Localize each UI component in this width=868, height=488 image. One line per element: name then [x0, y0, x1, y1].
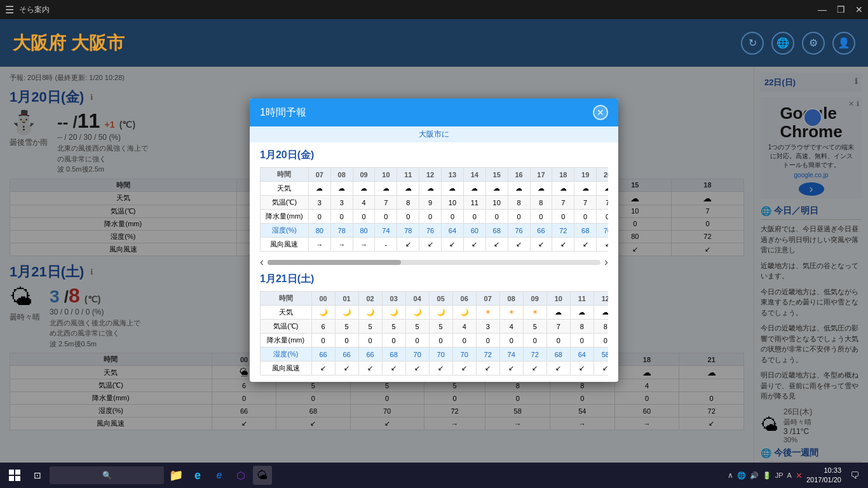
- svg-rect-3: [15, 476, 20, 481]
- modal-day2-table: 時間 000102 030405 060708 091011 121 天気 🌙🌙…: [260, 291, 608, 376]
- svg-rect-1: [15, 470, 20, 475]
- taskbar-chevron-icon[interactable]: ∧: [728, 471, 733, 480]
- svg-rect-2: [9, 476, 14, 481]
- day1-scroll-area[interactable]: 時間 070809 101112 131415 161718 192021 天気…: [260, 167, 608, 252]
- taskbar-explorer[interactable]: 📁: [166, 466, 186, 485]
- hamburger-icon[interactable]: ☰: [5, 4, 14, 16]
- modal-day2-weather-row: 天気 🌙🌙🌙 🌙🌙🌙 🌙☀☀ ☀☁☁ ☁☁: [261, 306, 609, 320]
- start-button[interactable]: [4, 464, 25, 486]
- title-bar-controls: — ❒ ✕: [818, 4, 863, 15]
- modal-day1-wind-row: 風向風速 →→→ -↙↙ ↙↙↙ ↙↙↙ ↙↙↙: [261, 238, 609, 252]
- refresh-button[interactable]: ↻: [741, 32, 764, 55]
- header-icons: ↻ 🌐 ⚙ 👤: [741, 32, 855, 55]
- scroll-left-button[interactable]: ‹: [260, 255, 264, 269]
- close-button[interactable]: ✕: [855, 4, 863, 15]
- modal-day1-humidity-row: 湿度(%) 807880 747876 646068 766672 687080: [261, 224, 609, 238]
- app-title: 大阪府 大阪市: [13, 31, 125, 55]
- globe-button[interactable]: 🌐: [771, 32, 794, 55]
- title-bar: ☰ そら案内 — ❒ ✕: [0, 0, 868, 19]
- modal-day1-title: 1月20日(金): [260, 149, 608, 162]
- modal-overlay[interactable]: 1時間予報 ✕ 大阪市に 1月20日(金) 時間 070809 101112 1…: [0, 67, 868, 463]
- modal-day2-title: 1月21日(土): [260, 273, 608, 286]
- maximize-button[interactable]: ❒: [837, 4, 845, 15]
- modal-day2-humidity-row: 湿度(%) 666666 687070 707274 726864 585: [261, 348, 609, 362]
- scroll-track[interactable]: [268, 260, 600, 265]
- taskbar-network-icon[interactable]: 🌐: [737, 471, 746, 480]
- modal-header: 1時間予報 ✕: [250, 98, 618, 126]
- minimize-button[interactable]: —: [818, 4, 827, 15]
- taskbar: ⊡ 🔍 📁 e e ⬡ 🌤 ∧ 🌐 🔊 🔋 JP A ✕ 10:33 2017/…: [0, 463, 868, 488]
- modal-body: 1月20日(金) 時間 070809 101112 131415 161718 …: [250, 142, 618, 382]
- taskbar-time: 10:33: [806, 466, 841, 475]
- task-view-button[interactable]: ⊡: [28, 466, 47, 485]
- modal-day2-time-row: 時間 000102 030405 060708 091011 121: [261, 292, 609, 306]
- title-bar-left: ☰ そら案内: [5, 4, 50, 16]
- day2-scroll-area[interactable]: 時間 000102 030405 060708 091011 121 天気 🌙🌙…: [260, 291, 608, 376]
- modal-day1-table: 時間 070809 101112 131415 161718 192021 天気…: [260, 167, 608, 252]
- settings-button[interactable]: ⚙: [802, 32, 825, 55]
- search-bar[interactable]: 🔍: [50, 466, 164, 484]
- taskbar-x-icon[interactable]: ✕: [796, 471, 803, 480]
- modal-day2-wind-row: 風向風速 ↙↙↙ ↙↙↙ ↙↙↙ ↙↙↙ ↙↙: [261, 362, 609, 376]
- taskbar-battery-icon[interactable]: 🔋: [763, 471, 771, 480]
- taskbar-weather-app[interactable]: 🌤: [253, 466, 272, 485]
- taskbar-right-area: ∧ 🌐 🔊 🔋 JP A ✕ 10:33 2017/01/20 🗨: [728, 466, 864, 485]
- taskbar-clock[interactable]: 10:33 2017/01/20: [806, 466, 841, 485]
- user-button[interactable]: 👤: [832, 32, 855, 55]
- notification-button[interactable]: 🗨: [845, 466, 864, 485]
- scroll-nav-day1: ‹ ›: [260, 255, 608, 269]
- modal-day1-weather-row: 天気 ☁☁☁ ☁☁☁ ☁☁☁ ☁☁☁ ☁☁☁: [261, 182, 609, 196]
- modal-close-button[interactable]: ✕: [593, 105, 608, 120]
- modal-day1-temp-row: 気温(℃) 334 789 101110 887 776: [261, 196, 609, 210]
- taskbar-vs[interactable]: ⬡: [231, 466, 250, 485]
- app-name-label: そら案内: [19, 4, 50, 15]
- taskbar-edge-ie[interactable]: e: [188, 466, 207, 485]
- scroll-right-button[interactable]: ›: [604, 255, 608, 269]
- hourly-forecast-modal: 1時間予報 ✕ 大阪市に 1月20日(金) 時間 070809 101112 1…: [250, 98, 618, 382]
- taskbar-ime-icon[interactable]: A: [787, 471, 792, 479]
- svg-rect-0: [9, 470, 14, 475]
- modal-day1-precip-row: 降水量(mm) 000 000 000 000 000: [261, 210, 609, 224]
- taskbar-keyboard-icon[interactable]: JP: [775, 471, 783, 479]
- app-header: 大阪府 大阪市 ↻ 🌐 ⚙ 👤: [0, 19, 868, 67]
- modal-day2-temp-row: 気温(℃) 655 555 434 578 8: [261, 320, 609, 334]
- search-icon: 🔍: [102, 471, 112, 480]
- taskbar-date: 2017/01/20: [806, 475, 841, 485]
- modal-day2-precip-row: 降水量(mm) 000 000 000 000 0: [261, 334, 609, 348]
- taskbar-ie[interactable]: e: [210, 466, 229, 485]
- modal-subtitle: 大阪市に: [250, 126, 618, 142]
- scroll-thumb: [268, 260, 401, 265]
- modal-title: 1時間予報: [260, 106, 306, 119]
- modal-day1-time-row: 時間 070809 101112 131415 161718 192021: [261, 168, 609, 182]
- taskbar-volume-icon[interactable]: 🔊: [750, 471, 759, 480]
